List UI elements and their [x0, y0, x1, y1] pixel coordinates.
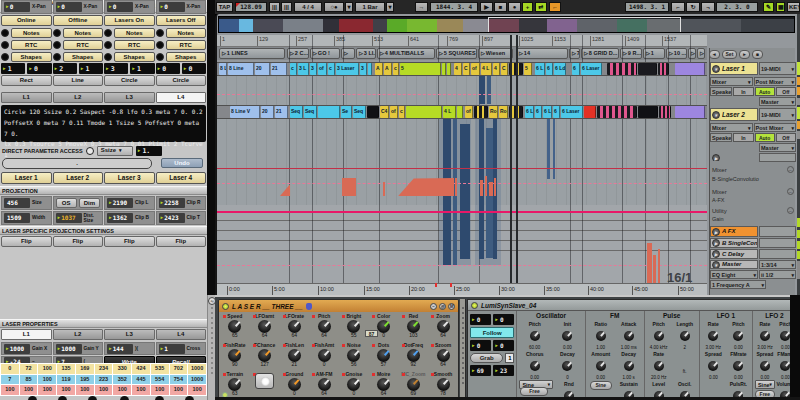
device-knob[interactable]: Speed65 [220, 313, 250, 342]
knob-dial[interactable] [258, 320, 271, 333]
clip[interactable] [474, 106, 488, 118]
clip[interactable]: 3 [310, 63, 317, 75]
toggle-led[interactable] [104, 29, 112, 37]
clip[interactable] [367, 106, 379, 118]
clip[interactable]: 20 [261, 106, 274, 118]
locator[interactable]: GO ! [310, 48, 340, 59]
toggle-led[interactable] [53, 41, 61, 49]
clip[interactable] [584, 106, 596, 118]
key-map-button[interactable]: KEY [787, 2, 800, 12]
lfo-spread-knob[interactable]: Spread0.00 [701, 350, 726, 380]
clip[interactable]: 6 [553, 106, 560, 118]
clip[interactable]: Seq [290, 106, 303, 118]
device-knob[interactable]: Pitch60.00 [518, 320, 551, 350]
mode-button[interactable]: Lasers On [104, 15, 155, 26]
knob-dial[interactable] [407, 378, 420, 391]
device-knob[interactable]: ft. [672, 350, 698, 380]
playhead[interactable] [510, 35, 512, 295]
clip[interactable]: 3 Laser [336, 63, 359, 75]
clip[interactable]: A [375, 63, 383, 75]
toggle-led[interactable] [104, 53, 112, 61]
io-box[interactable] [759, 153, 796, 162]
mode-button[interactable]: Offline [53, 15, 104, 26]
clip[interactable] [675, 106, 705, 118]
table-cell[interactable]: 100 [188, 385, 206, 395]
stop-button[interactable]: ■ [494, 2, 507, 12]
clip[interactable]: A [384, 63, 392, 75]
unfold-icon[interactable]: − [430, 303, 437, 310]
notes-button[interactable]: Notes [63, 28, 104, 38]
device-knob[interactable]: DotFreq92 [399, 342, 429, 371]
laser-select-button[interactable]: Laser 3 [104, 172, 155, 184]
automation-bar[interactable] [658, 249, 660, 283]
monitor-auto-button[interactable]: Auto [755, 87, 775, 96]
metronome-menu[interactable]: ▾ [345, 2, 353, 12]
knob-dial[interactable] [530, 331, 540, 341]
clip[interactable]: c [328, 63, 335, 75]
device-title-bar[interactable]: L A S E R __ THREE __ − ◎ M [219, 300, 458, 312]
clip[interactable]: 6 Laser [581, 63, 602, 75]
automation-envelope[interactable] [489, 182, 493, 196]
dist-size-value[interactable]: 1037 [56, 213, 82, 223]
device-knob[interactable]: Red103 [399, 313, 429, 342]
width-value[interactable]: 1509 [4, 213, 30, 223]
device-knob[interactable]: Decay1.00 s [615, 350, 643, 380]
clip[interactable]: 8 L [219, 63, 227, 75]
output-select[interactable]: Master [759, 97, 796, 106]
monitor-point-select[interactable]: Post Mixer [754, 77, 797, 86]
clip[interactable]: C [501, 63, 508, 75]
monitor-in-button[interactable]: In [733, 87, 753, 96]
unfold-icon[interactable] [712, 239, 720, 247]
monitor-off-button[interactable]: Off [776, 87, 796, 96]
table-cell[interactable]: 100 [38, 385, 56, 395]
table-cell[interactable]: 100 [95, 385, 113, 395]
fold-track-icon[interactable] [712, 65, 720, 73]
master-device-select[interactable]: EQ Eight [710, 270, 758, 279]
automation-envelope[interactable] [494, 178, 496, 196]
toggle-pad-button[interactable] [255, 373, 274, 389]
shape-select-button[interactable]: Circle [104, 75, 155, 86]
table-cell[interactable]: 100 [1, 385, 19, 395]
bright-value-box[interactable]: 87 [365, 330, 378, 337]
tab-l3[interactable]: L3 [104, 92, 155, 103]
device-title-bar[interactable]: LumiSynSlave_04 [468, 300, 796, 311]
locator[interactable]: 1 [643, 48, 665, 59]
play-button[interactable]: ▶ [480, 2, 493, 12]
mode-button[interactable]: Online [1, 15, 52, 26]
table-cell[interactable]: 72 [20, 364, 38, 374]
clip[interactable] [659, 106, 671, 118]
device-knob[interactable]: Noise56 [339, 342, 369, 371]
number-box[interactable]: 0 [470, 340, 491, 351]
clip[interactable]: Ro [489, 106, 498, 118]
dim-button[interactable]: Dim [79, 198, 100, 208]
number-box[interactable]: 23 [493, 365, 514, 376]
device-knob[interactable]: Szoom64 [428, 342, 458, 371]
table-cell[interactable]: 85 [20, 375, 38, 385]
bottom-knob[interactable] [28, 396, 37, 400]
knob-dial[interactable] [377, 320, 390, 333]
master-io-select[interactable]: 1:3/14 [759, 260, 796, 269]
toggle-led[interactable] [104, 41, 112, 49]
overview-viewport[interactable] [488, 17, 681, 33]
clip[interactable] [406, 106, 442, 118]
clip[interactable]: c [393, 63, 399, 75]
unfold-icon[interactable] [712, 250, 720, 258]
lfo-rate-knob[interactable]: Rate3.00 Hz [701, 320, 726, 350]
table-cell[interactable]: 100 [132, 385, 150, 395]
knob-dial[interactable] [347, 320, 360, 333]
device-knob[interactable]: Ratio1.00 [587, 320, 615, 350]
knob-dial[interactable] [288, 378, 301, 391]
laser-select-button[interactable]: Laser 4 [156, 172, 207, 184]
knob-dial[interactable] [377, 349, 390, 362]
clip[interactable]: c [399, 106, 405, 118]
clip-b-value[interactable]: 1362 [107, 213, 133, 223]
fold-icon[interactable] [712, 261, 720, 269]
loop-length-display[interactable]: 2. 3. 0 [716, 2, 758, 12]
clip[interactable]: C4 [380, 106, 389, 118]
next-locator-button[interactable]: ▸ [739, 50, 750, 59]
clip[interactable]: C [463, 63, 470, 75]
track-name[interactable]: Laser 2 [722, 111, 745, 118]
knob-dial[interactable] [624, 361, 634, 371]
osc-free-button[interactable]: Free [520, 387, 548, 396]
table-cell[interactable]: 100 [38, 364, 56, 374]
